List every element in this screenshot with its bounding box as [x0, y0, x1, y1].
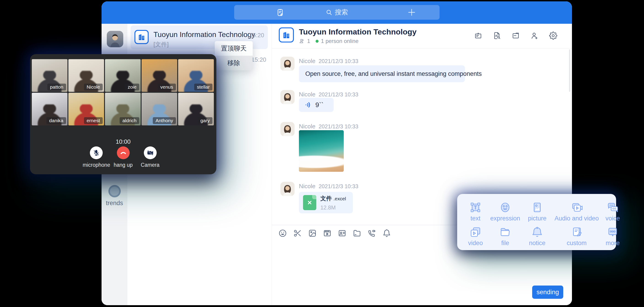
screenshot-scissors-icon[interactable] [293, 229, 302, 238]
action-file[interactable]: file [487, 226, 524, 250]
avatar[interactable] [280, 57, 294, 71]
menu-item-pin-chat[interactable]: 置顶聊天 [215, 41, 253, 56]
sender-name: Nicole [299, 91, 315, 98]
chat-group-building-icon [279, 27, 294, 42]
action-label: voice [602, 215, 623, 222]
action-voice[interactable]: voice [602, 201, 623, 226]
participant-grid: patton Nicole zoie venus stellar danika … [32, 59, 214, 125]
participant-name: gary [198, 117, 212, 124]
trends-label: trends [102, 200, 128, 207]
top-bar: 搜索 [102, 1, 572, 24]
chat-scrollbar[interactable] [569, 49, 570, 92]
participant-name: Anthony [153, 117, 176, 124]
online-status: 1 person online [321, 38, 358, 44]
search-bar[interactable]: 搜索 [234, 5, 440, 20]
folder-icon[interactable] [353, 229, 361, 238]
participant-tile[interactable]: venus [142, 59, 177, 92]
file-size: 12.8M [320, 204, 346, 211]
sender-name: Nicole [299, 183, 315, 190]
action-label: more [602, 240, 623, 247]
file-icon [487, 226, 524, 238]
participant-tile[interactable]: stellar [178, 59, 214, 92]
conversation-title: Tuoyun Information Technology [154, 30, 255, 39]
microphone-button[interactable]: microphone [83, 146, 110, 168]
participant-tile[interactable]: ernest [68, 93, 104, 125]
input-toolbar [278, 229, 391, 238]
avatar[interactable] [280, 90, 294, 104]
chat-title: Tuoyun Information Technology [299, 27, 416, 36]
group-notice-icon[interactable] [474, 31, 482, 40]
sender-name: Nicole [299, 123, 315, 130]
microphone-label: microphone [83, 162, 110, 168]
online-dot [316, 40, 318, 43]
emoji-icon[interactable] [278, 229, 287, 238]
message-action-panel: text expression picture Audio and video … [457, 194, 616, 250]
file-name: 文件 [320, 195, 332, 202]
participant-name: patton [47, 84, 66, 90]
participant-name: Nicole [84, 84, 103, 90]
member-count: 1 [307, 38, 310, 44]
message-time: 2021/12/3 10:33 [318, 183, 358, 189]
action-label: file [487, 240, 524, 247]
message-meta: Nicole2021/12/3 10:33 [299, 183, 358, 190]
action-label: expression [487, 215, 524, 222]
action-text[interactable]: text [464, 201, 487, 226]
video-icon [464, 226, 487, 238]
image-icon[interactable] [308, 229, 317, 238]
action-notice[interactable]: notice [524, 226, 551, 250]
message-time: 2021/12/3 10:33 [318, 123, 358, 129]
settings-gear-icon[interactable] [549, 31, 557, 40]
menu-item-remove[interactable]: 移除 [215, 56, 253, 70]
my-avatar[interactable] [107, 31, 123, 47]
action-video[interactable]: video [464, 226, 487, 250]
bell-icon[interactable] [382, 229, 391, 238]
file-message-bubble[interactable]: 文件 .excel 12.8M [299, 192, 353, 213]
video-clip-icon[interactable] [323, 229, 332, 238]
send-button[interactable]: sending [532, 286, 563, 299]
picture-icon [524, 201, 551, 214]
avatar[interactable] [280, 122, 294, 136]
voice-duration: 9`` [315, 101, 323, 109]
chat-header: Tuoyun Information Technology 1 1 person… [272, 24, 572, 48]
excel-file-icon [303, 195, 316, 210]
avatar[interactable] [280, 182, 294, 196]
participant-tile[interactable]: gary [178, 93, 214, 125]
add-member-icon[interactable] [530, 31, 538, 40]
participant-tile[interactable]: danika [32, 93, 68, 125]
action-picture[interactable]: picture [524, 201, 551, 226]
voice-wave-icon [304, 101, 312, 109]
video-call-icon[interactable] [368, 229, 376, 238]
message-time: 2021/12/3 10:33 [318, 91, 358, 97]
add-plus-icon[interactable] [408, 8, 416, 16]
conversation-time: 15:20 [249, 32, 264, 39]
action-more[interactable]: more [602, 226, 623, 250]
voice-message-bubble[interactable]: 9`` [299, 98, 334, 112]
text-message-bubble[interactable]: Open source, free, and universal instant… [299, 65, 465, 82]
group-file-icon[interactable] [512, 31, 520, 40]
camera-muted-icon [144, 146, 157, 159]
image-message-beach[interactable] [299, 130, 344, 172]
participant-tile[interactable]: zoie [105, 59, 141, 92]
participant-tile[interactable]: Anthony [142, 93, 177, 125]
participant-name: aldrich [120, 117, 139, 124]
more-icon [602, 226, 623, 238]
participant-tile[interactable]: Nicole [68, 59, 104, 92]
participant-tile[interactable]: aldrich [105, 93, 141, 125]
text-icon [464, 201, 487, 214]
file-info: 文件 .excel 12.8M [320, 195, 346, 211]
action-expression[interactable]: expression [487, 201, 524, 226]
search-icon [326, 9, 332, 16]
action-audio-video[interactable]: Audio and video [551, 201, 602, 226]
participant-name: venus [158, 84, 176, 90]
message-meta: Nicole2021/12/3 10:33 [299, 91, 358, 98]
hang-up-button[interactable]: hang up [110, 146, 137, 168]
action-label: notice [524, 240, 551, 247]
action-custom[interactable]: custom [551, 226, 602, 250]
participant-tile[interactable]: patton [32, 59, 68, 92]
camera-button[interactable]: Camera [137, 146, 164, 168]
contact-card-icon[interactable] [338, 229, 346, 238]
chat-history-search-icon[interactable] [493, 31, 501, 40]
sidebar-item-trends[interactable]: trends [102, 185, 128, 207]
search-placeholder: 搜索 [335, 8, 348, 17]
action-label: video [464, 240, 487, 247]
